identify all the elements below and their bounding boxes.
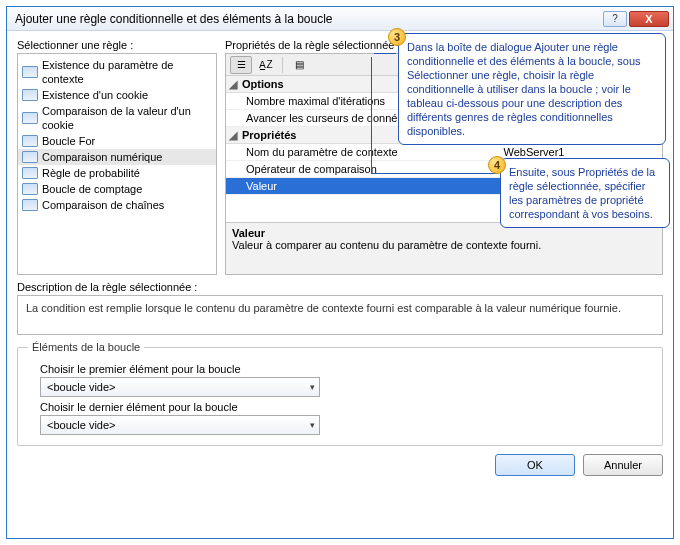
rule-description-text: La condition est remplie lorsque le cont… <box>17 295 663 335</box>
button-label: Annuler <box>604 459 642 471</box>
rule-item[interactable]: Comparaison de chaînes <box>18 197 216 213</box>
rule-description-section: Description de la règle sélectionnée : L… <box>17 281 663 335</box>
chevron-down-icon: ▾ <box>310 420 315 430</box>
callout-leader <box>371 57 372 173</box>
property-name: Opérateur de comparaison <box>240 161 500 177</box>
alpha-icon: A̲Z <box>259 59 272 70</box>
loop-elements-fieldset: Éléments de la boucle Choisir le premier… <box>17 341 663 446</box>
callout-leader <box>374 53 396 54</box>
rule-icon <box>22 112 38 124</box>
property-description-text: Valeur à comparer au contenu du paramètr… <box>232 239 656 251</box>
rule-icon <box>22 151 38 163</box>
rule-icon <box>22 167 38 179</box>
property-description-title: Valeur <box>232 227 656 239</box>
rule-item-label: Existence d'un cookie <box>42 88 148 102</box>
collapse-icon[interactable]: ◢ <box>226 127 240 143</box>
select-rule-label: Sélectionner une règle : <box>17 39 217 51</box>
property-name: Valeur <box>240 178 500 194</box>
select-rule-panel: Sélectionner une règle : Existence du pa… <box>17 39 217 275</box>
toolbar-separator <box>282 57 283 73</box>
rule-list[interactable]: Existence du paramètre de contexte Exist… <box>17 53 217 275</box>
alphabetical-button[interactable]: A̲Z <box>255 56 277 74</box>
button-label: OK <box>527 459 543 471</box>
callout-4: Ensuite, sous Propriétés de la règle sél… <box>500 158 670 228</box>
close-button[interactable]: X <box>629 11 669 27</box>
titlebar: Ajouter une règle conditionnelle et des … <box>7 7 673 31</box>
categorized-icon: ☰ <box>237 59 246 70</box>
rule-item-label: Boucle de comptage <box>42 182 142 196</box>
rule-description-label: Description de la règle sélectionnée : <box>17 281 663 293</box>
rule-icon <box>22 183 38 195</box>
callout-3: Dans la boîte de dialogue Ajouter une rè… <box>398 33 666 145</box>
property-description-box: Valeur Valeur à comparer au contenu du p… <box>226 222 662 274</box>
rule-item-label: Comparaison numérique <box>42 150 162 164</box>
property-pages-icon: ▤ <box>295 59 304 70</box>
rule-item[interactable]: Boucle For <box>18 133 216 149</box>
rule-item[interactable]: Existence du paramètre de contexte <box>18 57 216 87</box>
first-element-label: Choisir le premier élément pour la boucl… <box>40 363 652 375</box>
categorized-button[interactable]: ☰ <box>230 56 252 74</box>
chevron-down-icon: ▾ <box>310 382 315 392</box>
help-button[interactable]: ? <box>603 11 627 27</box>
close-icon: X <box>645 13 652 25</box>
rule-item-label: Règle de probabilité <box>42 166 140 180</box>
first-element-combo[interactable]: <boucle vide> ▾ <box>40 377 320 397</box>
callout-leader <box>371 173 497 174</box>
combo-value: <boucle vide> <box>47 381 116 393</box>
collapse-icon[interactable]: ◢ <box>226 76 240 92</box>
property-pages-button[interactable]: ▤ <box>288 56 310 74</box>
rule-icon <box>22 66 38 78</box>
rule-item[interactable]: Comparaison de la valeur d'un cookie <box>18 103 216 133</box>
ok-button[interactable]: OK <box>495 454 575 476</box>
cancel-button[interactable]: Annuler <box>583 454 663 476</box>
rule-item-label: Existence du paramètre de contexte <box>42 58 212 86</box>
rule-item-selected[interactable]: Comparaison numérique <box>18 149 216 165</box>
rule-icon <box>22 89 38 101</box>
last-element-label: Choisir le dernier élément pour la boucl… <box>40 401 652 413</box>
help-icon: ? <box>612 13 618 24</box>
rule-item[interactable]: Règle de probabilité <box>18 165 216 181</box>
rule-item-label: Comparaison de la valeur d'un cookie <box>42 104 212 132</box>
dialog-button-row: OK Annuler <box>17 452 663 476</box>
window-title: Ajouter une règle conditionnelle et des … <box>15 12 333 26</box>
rule-item-label: Boucle For <box>42 134 95 148</box>
rule-item[interactable]: Existence d'un cookie <box>18 87 216 103</box>
property-name: Nom du paramètre de contexte <box>240 144 500 160</box>
callout-badge-3: 3 <box>388 28 406 46</box>
last-element-combo[interactable]: <boucle vide> ▾ <box>40 415 320 435</box>
rule-icon <box>22 135 38 147</box>
callout-badge-4: 4 <box>488 156 506 174</box>
loop-legend: Éléments de la boucle <box>28 341 144 353</box>
rule-item[interactable]: Boucle de comptage <box>18 181 216 197</box>
combo-value: <boucle vide> <box>47 419 116 431</box>
rule-icon <box>22 199 38 211</box>
rule-item-label: Comparaison de chaînes <box>42 198 164 212</box>
